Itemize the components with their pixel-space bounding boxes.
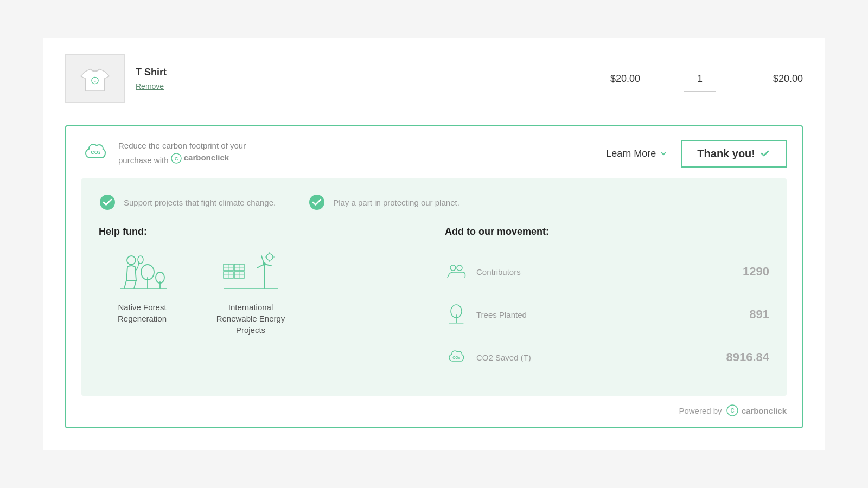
- svg-text:C: C: [174, 156, 178, 162]
- stat-trees: Trees Planted 891: [445, 293, 769, 336]
- carbonclick-widget: CO₂ Reduce the carbon footprint of your …: [65, 125, 803, 428]
- widget-footer: Powered by C carbonclick: [81, 404, 787, 416]
- contributors-value: 1290: [743, 265, 769, 279]
- co2-value: 8916.84: [726, 350, 769, 364]
- svg-text:CO₂: CO₂: [91, 150, 100, 155]
- svg-point-11: [138, 256, 143, 264]
- project-2-label: International Renewable Energy Projects: [207, 301, 294, 336]
- svg-text:C: C: [94, 79, 96, 82]
- projects-list: Native Forest Regeneration: [99, 251, 423, 336]
- page-container: C T Shirt Remove $20.00 1 $20.00 CO₂ Red…: [43, 38, 825, 450]
- trees-icon: [445, 303, 468, 326]
- renewable-energy-icon: [221, 251, 280, 294]
- remove-button[interactable]: Remove: [136, 82, 164, 91]
- widget-content: Support projects that fight climate chan…: [81, 178, 787, 396]
- two-column-layout: Help fund:: [99, 226, 769, 378]
- learn-more-button[interactable]: Learn More: [606, 148, 668, 159]
- svg-point-19: [457, 265, 462, 271]
- trees-label: Trees Planted: [476, 310, 749, 319]
- stat-co2: CO₂ CO2 Saved (T) 8916.84: [445, 336, 769, 378]
- contributors-icon: [445, 260, 468, 283]
- product-image: C: [65, 54, 125, 103]
- checkpoint-2: Play a part in protecting our planet.: [308, 194, 459, 211]
- carbonclick-logo-icon: C: [171, 153, 182, 164]
- svg-point-10: [156, 272, 164, 283]
- co2-label: CO2 Saved (T): [476, 353, 726, 362]
- help-fund-section: Help fund:: [99, 226, 423, 378]
- checkmark-icon: [760, 148, 770, 159]
- svg-point-8: [127, 256, 136, 265]
- product-price: $20.00: [610, 73, 640, 85]
- thank-you-button[interactable]: Thank you!: [681, 140, 787, 168]
- product-row: C T Shirt Remove $20.00 1 $20.00: [65, 49, 803, 114]
- svg-point-17: [266, 254, 273, 260]
- project-2: International Renewable Energy Projects: [207, 251, 294, 336]
- help-fund-title: Help fund:: [99, 226, 423, 237]
- chevron-down-icon: [659, 149, 668, 158]
- co2-cloud-icon: CO₂: [81, 139, 110, 168]
- product-quantity[interactable]: 1: [684, 66, 716, 92]
- project-1: Native Forest Regeneration: [99, 251, 186, 336]
- project-1-label: Native Forest Regeneration: [99, 301, 186, 324]
- forest-regeneration-icon: [112, 251, 172, 294]
- svg-point-18: [450, 265, 456, 271]
- checkpoint-1: Support projects that fight climate chan…: [99, 194, 276, 211]
- header-text: Reduce the carbon footprint of your purc…: [118, 140, 246, 167]
- product-name: T Shirt: [136, 67, 610, 78]
- footer-logo-icon: C: [726, 404, 738, 416]
- stats-list: Contributors 1290 Trees Planted 891: [445, 251, 769, 378]
- carbonclick-logo: C carbonclick: [171, 152, 229, 164]
- check-circle-2-icon: [308, 194, 326, 211]
- product-total: $20.00: [760, 73, 803, 85]
- footer-carbonclick-logo: C carbonclick: [726, 404, 787, 416]
- widget-header: CO₂ Reduce the carbon footprint of your …: [81, 139, 787, 168]
- contributors-label: Contributors: [476, 267, 743, 277]
- movement-section: Add to our movement: Contributors 1290: [445, 226, 769, 378]
- co2-saved-icon: CO₂: [445, 346, 468, 369]
- check-circle-1-icon: [99, 194, 116, 211]
- svg-point-7: [309, 195, 324, 210]
- svg-text:CO₂: CO₂: [452, 356, 460, 359]
- tshirt-image: C: [76, 60, 114, 98]
- movement-title: Add to our movement:: [445, 226, 769, 237]
- checkpoints: Support projects that fight climate chan…: [99, 194, 769, 211]
- product-info: T Shirt Remove: [136, 67, 610, 91]
- svg-text:C: C: [730, 408, 734, 414]
- header-actions: Learn More Thank you!: [606, 140, 787, 168]
- stat-contributors: Contributors 1290: [445, 251, 769, 293]
- svg-point-16: [263, 262, 266, 266]
- svg-point-6: [100, 195, 115, 210]
- trees-value: 891: [749, 307, 769, 322]
